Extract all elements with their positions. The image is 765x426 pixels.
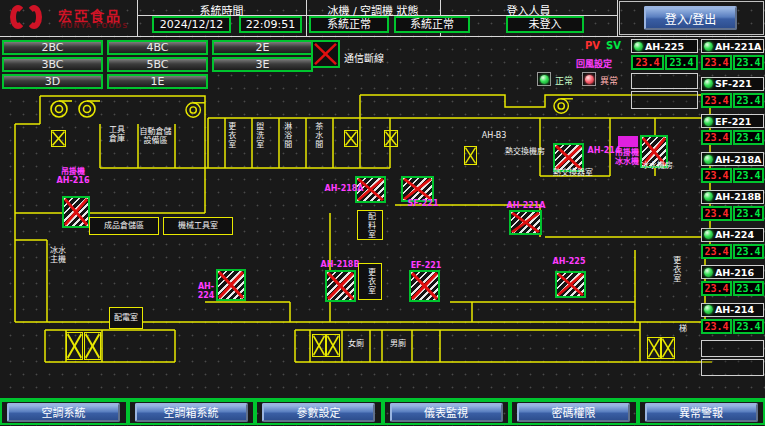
sv-value: 23.4: [733, 281, 764, 296]
nav-button-3[interactable]: 參數設定: [262, 403, 375, 422]
floor-button-5bc[interactable]: 5BC: [107, 57, 208, 72]
device-values: 23.423.4: [701, 93, 764, 108]
equipment-label: AH-218A: [324, 185, 364, 194]
room-label: 成品倉儲區: [89, 217, 159, 235]
ahu-comm-fail-icon[interactable]: [62, 196, 90, 228]
pv-value: 23.4: [701, 93, 732, 108]
ahu-comm-fail-icon[interactable]: [509, 210, 542, 235]
status-led: [634, 42, 643, 51]
nav-button-1[interactable]: 空調系統: [7, 403, 120, 422]
spiral-stair-icon: [548, 97, 578, 115]
device-name-label: AH-218A: [715, 154, 761, 165]
equipment-label: AH-225: [551, 258, 587, 267]
stair-icon: [326, 334, 340, 357]
stair-icon: [661, 337, 675, 359]
room-label: 配電室: [109, 307, 143, 329]
device-values: 23.423.4: [701, 130, 764, 145]
floor-button-1e[interactable]: 1E: [107, 74, 208, 89]
room-label: 熱交換器室: [550, 169, 596, 178]
ahu-comm-fail-icon[interactable]: [325, 270, 356, 302]
status-led: [704, 192, 713, 201]
normal-legend-label: 正常: [555, 74, 573, 87]
floor-button-4bc[interactable]: 4BC: [107, 40, 208, 55]
divider: [0, 36, 765, 37]
stair-icon: [344, 130, 358, 147]
room-label: 盥洗室: [254, 122, 263, 149]
ahu-comm-fail-icon[interactable]: [555, 271, 586, 298]
room-label: AH-B3: [477, 132, 511, 141]
device-values: 23.423.4: [701, 319, 764, 334]
room-label: 淋浴間: [282, 122, 291, 149]
device-ah-216[interactable]: AH-216: [701, 265, 764, 279]
device-values: 23.423.4: [701, 55, 764, 70]
floor-button-3bc[interactable]: 3BC: [2, 57, 103, 72]
device-name-label: AH-216: [715, 267, 754, 278]
nav-button-4[interactable]: 儀表監視: [390, 403, 503, 422]
nav-button-2[interactable]: 空調箱系統: [135, 403, 248, 422]
status-led: [704, 117, 713, 126]
nav-button-5[interactable]: 密碼權限: [517, 403, 630, 422]
pv-value: 23.4: [701, 281, 732, 296]
empty-slot: [631, 91, 698, 109]
login-logout-button[interactable]: 登入/登出: [644, 6, 737, 30]
empty-slot: [631, 73, 698, 89]
stair-icon: [464, 146, 477, 165]
system-time-value: 22:09:51: [239, 16, 302, 33]
device-name-label: AH-225: [645, 41, 684, 52]
equipment-label: AH-218B: [320, 261, 360, 270]
divider: [617, 0, 618, 36]
stair-icon: [312, 334, 326, 357]
sv-column-label: SV: [606, 40, 621, 51]
room-label: 自動倉儲 設備區: [137, 128, 174, 146]
comm-fail-legend-label: 通信斷線: [344, 50, 384, 65]
sv-value: 23.4: [733, 93, 764, 108]
device-ah-214[interactable]: AH-214: [701, 303, 764, 317]
device-ah-225[interactable]: AH-225: [631, 39, 698, 53]
device-values: 23.423.4: [701, 168, 764, 183]
sv-value: 23.4: [733, 206, 764, 221]
status-led: [704, 230, 713, 239]
room-label: 更衣室: [358, 263, 382, 300]
spiral-stair-icon: [48, 99, 74, 119]
device-ah-224[interactable]: AH-224: [701, 228, 764, 242]
abnormal-legend-led: [582, 72, 596, 86]
room-label: 更衣室: [671, 256, 680, 283]
stair-icon: [647, 337, 661, 359]
pv-value: 23.4: [701, 206, 732, 221]
hmi-screen: 吊掛機 AH-216AH-224AH-218BAH-218ASF-221EF-2…: [0, 0, 765, 426]
pv-value: 23.4: [701, 168, 732, 183]
equipment-label: SF-221: [406, 200, 440, 209]
pv-value: 23.4: [631, 55, 664, 70]
pv-value: 23.4: [701, 130, 732, 145]
device-sf-221[interactable]: SF-221: [701, 77, 764, 91]
nav-button-6[interactable]: 異常警報: [645, 403, 758, 422]
room-label: 冰水 主機: [45, 247, 71, 265]
floor-button-2bc[interactable]: 2BC: [2, 40, 103, 55]
stair-icon: [51, 130, 66, 147]
room-label: 工具 倉庫: [99, 126, 135, 144]
room-label: 男廁: [386, 340, 410, 349]
empty-slot: [701, 340, 764, 357]
room-label: 熱交換機房: [498, 148, 552, 157]
device-ah-218b[interactable]: AH-218B: [701, 190, 764, 204]
equipment-label: 吊掛機 AH-216: [50, 168, 96, 186]
top-bar: 宏亞食品 HUNYA FOODS 系統時間 2024/12/12 22:09:5…: [0, 0, 765, 37]
sv-value: 23.4: [665, 55, 698, 70]
room-label: 女廁: [344, 340, 368, 349]
normal-legend-led: [537, 72, 551, 86]
device-ah-218a[interactable]: AH-218A: [701, 152, 764, 166]
ahu-status-value: 系統正常: [394, 16, 470, 33]
sv-value: 23.4: [733, 244, 764, 259]
room-label: 更衣室: [226, 122, 235, 149]
device-ah-221a[interactable]: AH-221A: [701, 39, 764, 53]
floor-button-2e[interactable]: 2E: [212, 40, 313, 55]
status-led: [704, 268, 713, 277]
device-ef-221[interactable]: EF-221: [701, 114, 764, 128]
floor-button-3d[interactable]: 3D: [2, 74, 103, 89]
pv-value: 23.4: [701, 55, 732, 70]
stair-icon: [66, 332, 83, 360]
device-name-label: AH-221A: [715, 41, 761, 52]
floor-button-3e[interactable]: 3E: [212, 57, 313, 72]
setpoint-row-label: 回風設定: [570, 57, 618, 70]
ahu-comm-fail-icon[interactable]: [409, 270, 440, 302]
